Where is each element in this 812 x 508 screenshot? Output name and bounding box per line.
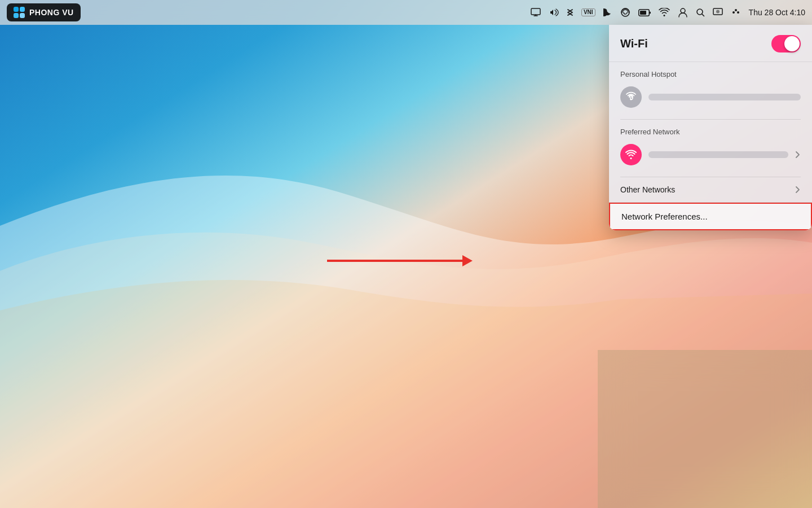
volume-icon[interactable] xyxy=(549,8,559,17)
personal-hotspot-item xyxy=(620,84,801,113)
network-preferences-row[interactable]: Network Preferences... xyxy=(609,203,812,230)
menubar-left: PHONG VU xyxy=(7,3,81,21)
arrow-annotation xyxy=(327,255,473,266)
svg-point-10 xyxy=(737,11,739,14)
user-icon[interactable] xyxy=(678,7,688,17)
hotspot-icon-bubble xyxy=(620,86,642,108)
preferred-network-title: Preferred Network xyxy=(620,128,801,136)
moon-icon[interactable] xyxy=(603,8,612,17)
menubar-right: VNI Thu 28 Oct xyxy=(531,7,805,17)
personal-hotspot-section: Personal Hotspot xyxy=(609,62,812,119)
preferred-network-chevron xyxy=(795,151,801,159)
wifi-header: Wi-Fi xyxy=(609,25,812,62)
battery-icon[interactable] xyxy=(638,9,651,16)
preferred-network-name-redacted xyxy=(648,151,788,158)
svg-point-8 xyxy=(716,10,720,14)
other-networks-label: Other Networks xyxy=(620,185,675,194)
svg-rect-1 xyxy=(531,8,540,15)
menubar-time: Thu 28 Oct 4:10 xyxy=(749,8,805,17)
phong-vu-logo: PHONG VU xyxy=(7,3,81,21)
arrow-line xyxy=(327,260,462,262)
keyboard-input-icon[interactable]: VNI xyxy=(581,8,595,16)
wifi-menubar-icon[interactable] xyxy=(659,8,670,17)
screen-share-icon[interactable] xyxy=(713,8,723,17)
menubar: PHONG VU VNI xyxy=(0,0,812,25)
network-preferences-label: Network Preferences... xyxy=(621,212,708,221)
svg-rect-4 xyxy=(640,11,646,15)
svg-point-11 xyxy=(735,9,737,11)
arrow-head xyxy=(462,255,473,266)
brand-name: PHONG VU xyxy=(29,8,74,17)
logo-dot-2 xyxy=(20,7,25,12)
personal-hotspot-title: Personal Hotspot xyxy=(620,70,801,78)
logo-dot-3 xyxy=(14,13,19,18)
wifi-toggle[interactable] xyxy=(771,35,801,52)
hotspot-name-redacted xyxy=(648,94,801,100)
monitor-icon[interactable] xyxy=(531,8,541,17)
logo-grid xyxy=(14,7,25,18)
wifi-title: Wi-Fi xyxy=(620,37,648,50)
airplay-icon[interactable] xyxy=(620,8,630,17)
other-networks-row[interactable]: Other Networks xyxy=(609,177,812,203)
wifi-panel: Wi-Fi Personal Hotspot Preferred Network xyxy=(609,25,812,230)
spotlight-icon[interactable] xyxy=(696,8,705,17)
logo-dot-4 xyxy=(20,13,25,18)
control-center-icon[interactable] xyxy=(731,7,741,17)
preferred-network-section: Preferred Network xyxy=(609,120,812,177)
svg-point-5 xyxy=(681,8,685,13)
bluetooth-icon[interactable] xyxy=(567,7,573,17)
bottom-blur-overlay xyxy=(598,350,812,508)
preferred-network-item[interactable] xyxy=(620,142,801,171)
preferred-network-icon-bubble xyxy=(620,144,642,165)
logo-dot-1 xyxy=(14,7,19,12)
svg-point-9 xyxy=(732,11,735,14)
other-networks-chevron xyxy=(795,186,801,194)
wifi-toggle-knob xyxy=(784,36,800,51)
